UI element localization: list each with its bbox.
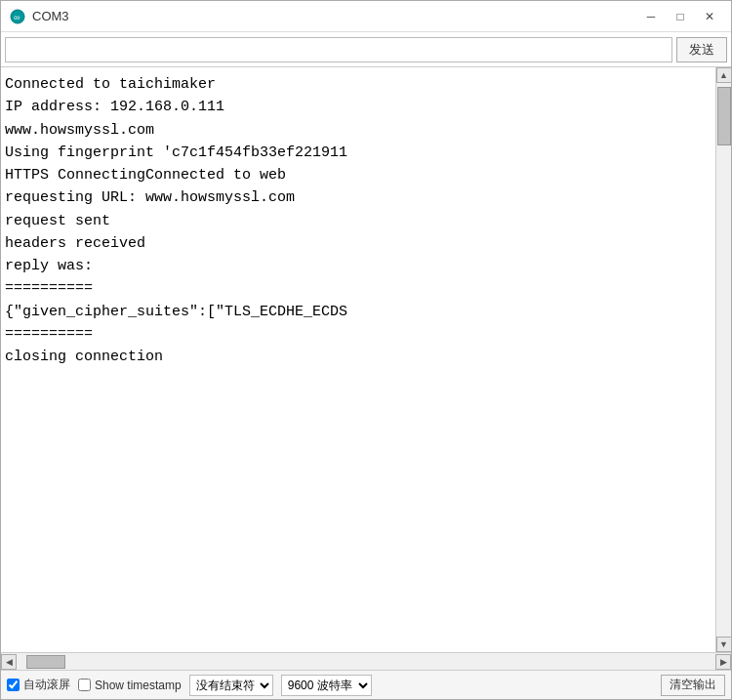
timestamp-group: Show timestamp [78,679,182,692]
auto-scroll-checkbox[interactable] [7,679,20,691]
window-controls: ─ □ ✕ [637,6,723,27]
serial-output: Connected to taichimaker IP address: 192… [1,67,715,652]
scrollbar-thumb[interactable] [717,87,731,145]
h-scrollbar-left-button[interactable]: ◀ [1,654,17,670]
arduino-serial-window: ∞ COM3 ─ □ ✕ 发送 Connected to taichimaker… [0,0,732,700]
minimize-button[interactable]: ─ [637,6,665,27]
app-icon: ∞ [9,8,26,25]
h-scrollbar-right-button[interactable]: ▶ [715,654,731,670]
scrollbar-down-button[interactable]: ▼ [716,637,732,652]
line-ending-select[interactable]: 没有结束符 新行 回车 两者均有 [189,675,273,696]
send-button[interactable]: 发送 [676,37,727,62]
svg-text:∞: ∞ [14,13,20,22]
window-title: COM3 [32,9,637,23]
auto-scroll-group: 自动滚屏 [7,677,70,693]
scrollbar-up-button[interactable]: ▲ [716,67,732,83]
h-scrollbar-thumb[interactable] [26,655,65,669]
timestamp-label: Show timestamp [95,679,182,692]
h-scrollbar-track [17,654,715,670]
maximize-button[interactable]: □ [667,6,694,27]
clear-output-button[interactable]: 清空输出 [661,675,725,696]
close-button[interactable]: ✕ [696,6,723,27]
horizontal-scrollbar: ◀ ▶ [1,652,731,670]
input-bar: 发送 [1,32,731,67]
serial-input[interactable] [5,37,672,62]
vertical-scrollbar: ▲ ▼ [715,67,731,652]
title-bar: ∞ COM3 ─ □ ✕ [1,1,731,32]
auto-scroll-label: 自动滚屏 [23,677,70,693]
timestamp-checkbox[interactable] [78,679,91,691]
main-content: Connected to taichimaker IP address: 192… [1,67,731,652]
status-bar: 自动滚屏 Show timestamp 没有结束符 新行 回车 两者均有 300… [1,670,731,699]
baud-rate-select[interactable]: 300 1200 2400 4800 9600 波特率 19200 38400 … [281,675,372,696]
